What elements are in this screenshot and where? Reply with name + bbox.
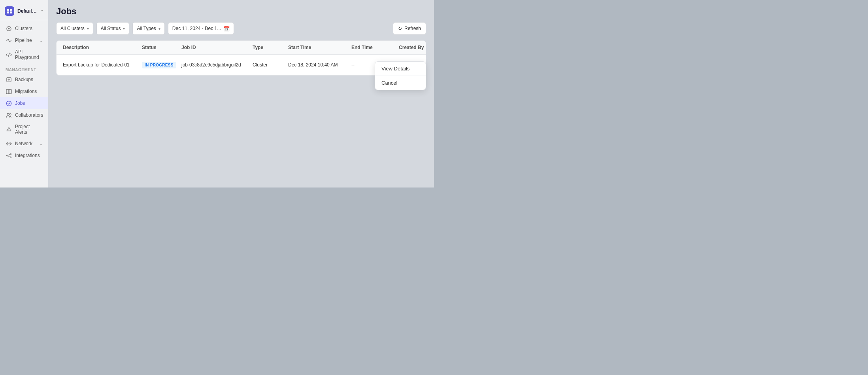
integrations-label: Integrations — [15, 153, 43, 158]
all-status-chevron-icon: ▾ — [123, 27, 125, 31]
all-types-chevron-icon: ▾ — [159, 27, 160, 31]
sidebar: Default Project ⌃ Clusters Pipeline ⌄ — [0, 0, 48, 188]
svg-point-5 — [8, 28, 9, 29]
col-description: Description — [63, 45, 142, 50]
sidebar-item-jobs[interactable]: Jobs — [0, 97, 48, 109]
main-content: Jobs All Clusters ▾ All Status ▾ All Typ… — [48, 0, 434, 188]
sidebar-item-integrations[interactable]: Integrations — [0, 150, 48, 161]
sidebar-item-clusters[interactable]: Clusters — [0, 23, 48, 34]
jobs-label: Jobs — [15, 100, 43, 106]
api-playground-icon — [6, 51, 12, 58]
svg-rect-3 — [10, 11, 12, 13]
backups-label: Backups — [15, 77, 43, 82]
api-playground-label: API Playground — [15, 49, 43, 60]
col-start-time: Start Time — [288, 45, 351, 50]
page-title: Jobs — [56, 6, 426, 17]
pipeline-label: Pipeline — [15, 38, 36, 43]
project-alerts-label: Project Alerts — [15, 124, 43, 135]
clusters-icon — [6, 25, 12, 32]
svg-point-12 — [6, 101, 11, 106]
row-start-time: Dec 18, 2024 10:40 AM — [288, 62, 351, 68]
all-clusters-chevron-icon: ▾ — [87, 27, 89, 31]
integrations-icon — [6, 152, 12, 159]
network-label: Network — [15, 141, 36, 146]
sidebar-item-backups[interactable]: Backups — [0, 74, 48, 85]
row-type: Cluster — [253, 62, 288, 68]
svg-rect-10 — [6, 89, 9, 94]
collaborators-icon — [6, 112, 12, 118]
sidebar-item-project-alerts[interactable]: Project Alerts — [0, 121, 48, 138]
sidebar-item-network[interactable]: Network ⌄ — [0, 138, 48, 150]
svg-rect-1 — [10, 9, 12, 11]
project-chevron-icon: ⌃ — [40, 9, 43, 13]
svg-point-14 — [9, 114, 11, 115]
all-status-label: All Status — [101, 26, 121, 31]
date-range-label: Dec 11, 2024 - Dec 1... — [172, 26, 221, 31]
all-types-label: All Types — [137, 26, 156, 31]
date-range-picker[interactable]: Dec 11, 2024 - Dec 1... 📅 — [168, 22, 234, 35]
col-status: Status — [142, 45, 181, 50]
clusters-label: Clusters — [15, 26, 43, 31]
svg-rect-0 — [7, 9, 9, 11]
row-job-id: job-03c8d2e9c5djabbrguil2d — [181, 62, 253, 68]
svg-point-18 — [6, 155, 8, 156]
col-created-by: Created By — [399, 45, 426, 50]
col-type: Type — [253, 45, 288, 50]
context-menu-view-details[interactable]: View Details — [375, 62, 426, 76]
project-alerts-icon — [6, 126, 12, 133]
all-clusters-dropdown[interactable]: All Clusters ▾ — [56, 22, 93, 35]
row-description: Export backup for Dedicated-01 — [63, 62, 142, 68]
jobs-icon — [6, 100, 12, 106]
sidebar-item-api-playground[interactable]: API Playground — [0, 46, 48, 63]
project-icon — [5, 6, 14, 16]
sidebar-item-collaborators[interactable]: Collaborators — [0, 109, 48, 121]
svg-point-19 — [10, 153, 11, 155]
migrations-label: Migrations — [15, 89, 43, 94]
refresh-label: Refresh — [404, 26, 421, 31]
backups-icon — [6, 76, 12, 83]
network-chevron-icon: ⌄ — [40, 142, 43, 146]
migrations-icon — [6, 88, 12, 95]
svg-rect-2 — [7, 11, 9, 13]
project-name: Default Project — [17, 8, 37, 14]
table-row: Export backup for Dedicated-01 IN PROGRE… — [57, 55, 426, 75]
status-badge: IN PROGRESS — [142, 62, 176, 68]
col-end-time: End Time — [351, 45, 399, 50]
pipeline-icon — [6, 37, 12, 44]
svg-point-13 — [7, 113, 9, 115]
context-menu: View Details Cancel — [375, 61, 426, 90]
sidebar-item-migrations[interactable]: Migrations — [0, 85, 48, 97]
refresh-button[interactable]: ↻ Refresh — [393, 22, 426, 35]
toolbar: All Clusters ▾ All Status ▾ All Types ▾ … — [56, 22, 426, 35]
project-header[interactable]: Default Project ⌃ — [0, 4, 48, 20]
network-icon — [6, 140, 12, 147]
context-menu-cancel[interactable]: Cancel — [375, 76, 426, 90]
col-job-id: Job ID — [181, 45, 253, 50]
collaborators-label: Collaborators — [15, 112, 43, 118]
jobs-table: Description Status Job ID Type Start Tim… — [56, 40, 426, 76]
row-status: IN PROGRESS — [142, 62, 181, 68]
svg-line-21 — [8, 154, 10, 155]
svg-line-22 — [8, 156, 10, 157]
table-header: Description Status Job ID Type Start Tim… — [57, 41, 426, 55]
svg-line-6 — [8, 53, 9, 57]
calendar-icon: 📅 — [223, 26, 230, 32]
sidebar-item-pipeline[interactable]: Pipeline ⌄ — [0, 34, 48, 46]
svg-point-20 — [10, 157, 11, 158]
refresh-icon: ↻ — [398, 26, 402, 31]
management-section-label: Management — [0, 63, 48, 74]
all-types-dropdown[interactable]: All Types ▾ — [132, 22, 164, 35]
svg-rect-11 — [9, 89, 11, 94]
all-clusters-label: All Clusters — [60, 26, 85, 31]
pipeline-chevron-icon: ⌄ — [40, 38, 43, 43]
all-status-dropdown[interactable]: All Status ▾ — [96, 22, 130, 35]
svg-point-16 — [8, 130, 9, 131]
